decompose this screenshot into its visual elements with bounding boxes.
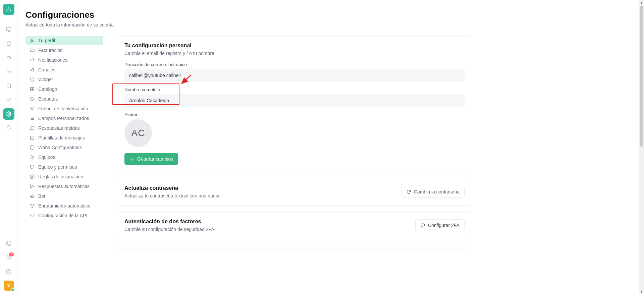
svg-rect-27 xyxy=(31,136,34,140)
nav-item-assignment-rules[interactable]: Reglas de asignación xyxy=(25,172,103,181)
svg-point-30 xyxy=(31,156,32,157)
nav-label: Equipos xyxy=(38,155,55,160)
nav-item-profile[interactable]: Tu perfil xyxy=(25,36,103,45)
nav-item-api[interactable]: Configuración de la API xyxy=(25,211,103,220)
reply-icon xyxy=(30,125,35,131)
help-icon xyxy=(6,269,12,275)
nav-item-channels[interactable]: Canales xyxy=(25,65,103,74)
save-button[interactable]: Guardar cambios xyxy=(124,153,178,165)
nav-item-waba[interactable]: Waba Configurations xyxy=(25,143,103,152)
nav-label: Enrutamiento automático xyxy=(38,203,91,209)
rail-feed[interactable]: 3 xyxy=(3,252,14,263)
change-password-button[interactable]: Cambia la contraseña xyxy=(401,186,465,198)
nav-label: Etiquetas xyxy=(38,96,58,102)
circle-icon xyxy=(30,77,35,82)
settings-content: Tu configuración personal Cambia el emai… xyxy=(117,36,472,248)
top-separator xyxy=(0,0,644,0)
svg-point-36 xyxy=(31,196,32,196)
card-title: Actualiza contraseña xyxy=(124,185,220,191)
nav-item-notifications[interactable]: Notificaciones xyxy=(25,55,103,65)
svg-point-38 xyxy=(31,204,32,205)
nav-item-teams[interactable]: Equipos xyxy=(25,153,103,162)
svg-point-12 xyxy=(6,259,7,259)
page-scrollbar[interactable]: ▲ ▼ xyxy=(639,0,644,294)
svg-point-14 xyxy=(8,273,9,273)
svg-rect-3 xyxy=(7,57,10,59)
plus-circle-icon xyxy=(30,174,35,179)
nav-item-templates[interactable]: Plantillas de mensajes xyxy=(25,133,103,142)
monitor-icon xyxy=(6,26,12,33)
branch-icon xyxy=(30,203,35,209)
refresh-icon xyxy=(406,189,411,194)
code-icon xyxy=(30,213,35,218)
nav-item-auto-replies[interactable]: Respuestas automáticas xyxy=(25,182,103,191)
card-title: Tu configuración personal xyxy=(124,43,465,49)
card-next-peek xyxy=(117,245,472,248)
rail-user-avatar[interactable]: Y xyxy=(4,281,14,291)
nav-item-billing[interactable]: Facturación xyxy=(25,46,103,55)
scroll-down-icon[interactable]: ▼ xyxy=(639,290,644,293)
svg-point-37 xyxy=(33,196,33,196)
nav-item-funnel[interactable]: Funnel de conversación xyxy=(25,104,103,113)
nav-item-routing[interactable]: Enrutamiento automático xyxy=(25,201,103,211)
name-label: Nombre completo xyxy=(124,87,465,92)
settings-nav: Tu perfil Facturación Notificaciones Can… xyxy=(25,36,103,248)
nav-item-permissions[interactable]: Equipo y permisos xyxy=(25,162,103,172)
svg-point-11 xyxy=(6,241,11,246)
nav-item-custom-fields[interactable]: Campos Personalizados xyxy=(25,114,103,123)
nav-item-catalog[interactable]: Catálogo xyxy=(25,84,103,94)
nav-item-tags[interactable]: Etiquetas xyxy=(25,94,103,104)
send-icon xyxy=(30,184,35,189)
email-input[interactable] xyxy=(124,69,465,82)
nav-label: Respuestas automáticas xyxy=(38,184,90,189)
shield-icon xyxy=(30,164,35,170)
save-label: Guardar cambios xyxy=(137,156,173,162)
scroll-thumb[interactable] xyxy=(640,6,643,146)
svg-point-40 xyxy=(32,207,33,208)
card-subtitle: Cambia el email de registro y / o tu nom… xyxy=(124,51,465,56)
nav-item-quick-replies[interactable]: Respuestas rápidas xyxy=(25,123,103,133)
nav-item-bot[interactable]: Bot xyxy=(25,191,103,201)
svg-rect-8 xyxy=(7,84,10,88)
bot-icon xyxy=(30,193,35,199)
rail-settings[interactable] xyxy=(3,108,14,120)
svg-point-39 xyxy=(33,204,34,205)
nav-label: Respuestas rápidas xyxy=(38,125,80,131)
avatar-initials: AC xyxy=(131,128,145,138)
nav-item-widget[interactable]: Widget xyxy=(25,75,103,84)
rail-chat[interactable] xyxy=(3,38,14,49)
rail-help[interactable] xyxy=(3,266,14,277)
rail-bot[interactable] xyxy=(3,52,14,63)
rail-dashboard[interactable] xyxy=(3,24,14,35)
rail-whatsapp[interactable] xyxy=(3,238,14,249)
name-input[interactable] xyxy=(124,94,465,107)
svg-rect-16 xyxy=(30,49,34,52)
svg-point-5 xyxy=(9,58,10,58)
app-logo[interactable] xyxy=(3,4,14,15)
change-password-label: Cambia la contraseña xyxy=(414,189,460,194)
check-icon xyxy=(129,157,135,162)
rail-broadcast[interactable] xyxy=(3,66,14,77)
tag-icon xyxy=(30,96,35,102)
whatsapp-icon xyxy=(6,240,12,246)
nav-label: Bot xyxy=(38,193,45,199)
nav-label: Waba Configurations xyxy=(38,145,82,150)
avatar-chip[interactable]: AC xyxy=(124,119,152,147)
nav-label: Reglas de asignación xyxy=(38,174,83,179)
page-subtitle: Actualice toda la información de su cuen… xyxy=(25,22,639,27)
svg-rect-20 xyxy=(33,87,34,89)
configure-2fa-button[interactable]: Configurar 2FA xyxy=(415,219,465,231)
main-scroll: Configuraciones Actualice toda la inform… xyxy=(17,0,639,294)
nav-label: Facturación xyxy=(38,48,63,53)
app-rail: 3 Y xyxy=(0,0,17,294)
rail-library[interactable] xyxy=(3,80,14,92)
scroll-up-icon[interactable]: ▲ xyxy=(639,1,644,5)
bot-icon xyxy=(6,55,12,61)
nav-label: Plantillas de mensajes xyxy=(38,135,85,140)
gear-icon xyxy=(6,111,12,117)
rail-analytics[interactable] xyxy=(3,94,14,106)
card-2fa: Autenticación de dos factores Cambie su … xyxy=(117,212,472,239)
nav-label: Funnel de conversación xyxy=(38,106,88,111)
rail-notifications[interactable] xyxy=(3,122,14,134)
svg-rect-21 xyxy=(31,90,32,91)
